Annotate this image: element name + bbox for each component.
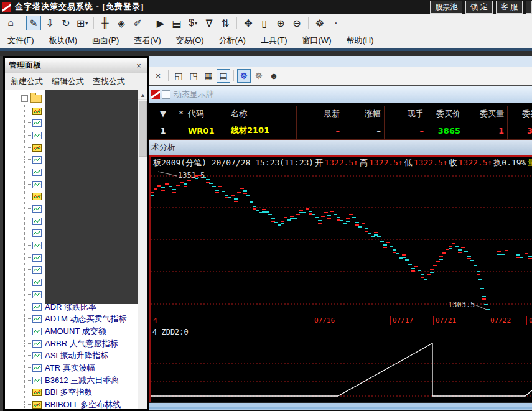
more-icon[interactable]: · (329, 16, 343, 30)
indicator-tree: 技术指标01-超级形态解盘02-自动画线03-一目均衡图04-PEL实现的SAR… (5, 90, 147, 409)
tile-vertical-icon[interactable]: ◳ (187, 69, 200, 83)
alert-icon[interactable]: ◈ (114, 16, 129, 30)
price-chart[interactable]: 1351.51303.5 (149, 169, 532, 316)
chart-caption-text: 术分析 (151, 142, 175, 153)
zoom-out-icon[interactable]: ⊖ (289, 16, 304, 30)
tree-scrollbar[interactable]: ▲ (138, 90, 147, 409)
tree-item[interactable]: BBI 多空指数 (5, 387, 147, 399)
panel-title-bar[interactable]: 管理面板 × (5, 58, 147, 73)
toolbar-separator (236, 17, 237, 29)
app-window: 金字塔决策交易系统 - [免费登录] 股票池锁 定客 服 ⌂✎⇩↻⊞▾╫◈✐▶▤… (0, 0, 532, 411)
formula-icon-special (32, 108, 42, 115)
info-token-10: 量1 (527, 157, 532, 169)
user-icon[interactable]: ☻ (267, 69, 281, 83)
tree-item[interactable]: AMOUNT 成交额 (5, 325, 147, 338)
move-icon[interactable]: ✥ (241, 16, 256, 30)
title-button-2[interactable]: 客 服 (496, 1, 523, 14)
menu-item-4[interactable]: 交易(O) (169, 33, 212, 48)
download-data-icon[interactable]: ⇩ (42, 16, 57, 30)
column-header-4[interactable]: 最新 (297, 106, 343, 122)
table-cell-8: 1 (464, 122, 508, 140)
menu-item-6[interactable]: 工具(T) (253, 33, 295, 48)
column-header-0[interactable]: ▼ (149, 106, 177, 122)
panel-tab-2[interactable]: 查找公式 (93, 76, 125, 87)
settings-icon[interactable]: ☸ (312, 16, 327, 30)
formula-icon-special (32, 389, 42, 396)
formula-icon (32, 328, 42, 335)
title-button-0[interactable]: 股票池 (430, 1, 462, 14)
scrollbar-thumb[interactable] (139, 101, 147, 157)
formula-icon (32, 205, 42, 213)
tree-root-technical-indicators[interactable]: 技术指标 (5, 93, 147, 105)
play-icon[interactable]: ▶ (153, 16, 168, 30)
formula-icon (32, 169, 42, 176)
indicator-pane[interactable]: 4 ZDD2:0 (149, 325, 532, 403)
filter-icon[interactable]: ∇ (202, 16, 217, 30)
formula-editor-icon[interactable]: ✎ (26, 16, 41, 30)
scroll-up-icon[interactable]: ▲ (138, 90, 147, 100)
formula-icon (32, 132, 42, 139)
collapse-icon[interactable] (21, 95, 28, 102)
column-header-5[interactable]: 涨幅 (343, 106, 385, 122)
scrollbar-thumb[interactable] (149, 407, 532, 409)
tree-guide-line (24, 105, 26, 409)
money-icon[interactable]: $▾ (185, 16, 200, 30)
home-icon[interactable]: ⌂ (3, 16, 18, 30)
tree-item[interactable]: BBIBOLL 多空布林线 (5, 399, 147, 409)
column-header-2[interactable]: 代码 (185, 106, 228, 122)
gear-blue-icon[interactable]: ☸ (237, 69, 251, 83)
close-icon[interactable]: × (134, 61, 144, 70)
tree-item[interactable]: ADTM 动态买卖气指标 (5, 313, 147, 325)
cascade-icon[interactable]: ▦ (202, 69, 215, 83)
formula-icon (32, 279, 42, 286)
gear-gray-icon[interactable]: ☸ (252, 69, 266, 83)
menu-item-0[interactable]: 文件(F) (0, 33, 42, 48)
info-token-1: 开 (315, 157, 323, 169)
info-token-0: 板2009(分笔) 20/07/28 15:23(11:23) (153, 157, 314, 169)
tree-item[interactable]: ASI 振动升降指标 (5, 349, 147, 362)
column-header-7[interactable]: 委买价 (427, 106, 464, 122)
panel-tab-0[interactable]: 新建公式 (11, 76, 43, 87)
menu-item-1[interactable]: 板块(M) (42, 33, 85, 48)
column-header-8[interactable]: 委买量 (464, 106, 508, 122)
x-axis-dates: 407/1607/1707/2107/2207 (149, 316, 532, 325)
menu-item-2[interactable]: 画面(P) (85, 33, 126, 48)
sort-icon[interactable]: ⇅ (218, 16, 233, 30)
date-label-2: 07/17 (390, 316, 413, 325)
column-header-1[interactable]: * (177, 106, 185, 122)
menu-bar: 文件(F)板块(M)画面(P)查看(V)交易(O)分析(A)工具(T)窗口(W)… (0, 32, 532, 48)
title-button-1[interactable]: 锁 定 (465, 1, 492, 14)
table-row[interactable]: 1WR01线材2101–––3865139 (149, 122, 532, 140)
report-icon[interactable]: ▤ (169, 16, 184, 30)
chart-window-caption[interactable]: 术分析 (149, 140, 532, 155)
menu-item-7[interactable]: 窗口(W) (295, 33, 339, 48)
zoom-in-icon[interactable]: ⊕ (273, 16, 288, 30)
tree-item-label: BBIBOLL 多空布林线 (45, 399, 121, 409)
detail-list-icon[interactable]: ▤ (217, 69, 230, 83)
tree-item[interactable]: ARBR 人气意愿指标 (5, 338, 147, 350)
kline-chart-icon[interactable]: ╫ (98, 16, 113, 30)
close-icon[interactable]: × (151, 69, 165, 83)
title-button-partial[interactable] (526, 1, 532, 14)
measure-icon[interactable]: ▯ (257, 16, 272, 30)
menu-item-8[interactable]: 帮助(H) (338, 33, 381, 48)
edit-note-icon[interactable]: ✐ (130, 16, 145, 30)
column-header-9[interactable]: 委卖 (508, 106, 532, 122)
formula-icon (32, 315, 42, 323)
menu-item-5[interactable]: 分析(A) (212, 33, 253, 48)
formula-icon (32, 364, 42, 372)
column-header-6[interactable]: 现手 (385, 106, 427, 122)
tile-horizontal-icon[interactable]: ◱ (172, 69, 185, 83)
formula-icon (32, 242, 42, 249)
horizontal-scrollbar[interactable] (149, 402, 532, 410)
formula-icon (32, 218, 42, 225)
panel-tab-1[interactable]: 编辑公式 (52, 76, 84, 87)
tree-item[interactable]: B3612 三减六日乖离 (5, 374, 147, 387)
layout-icon[interactable]: ⊞▾ (75, 16, 90, 30)
column-header-3[interactable]: 名称 (228, 106, 297, 122)
toolbar-separator (168, 70, 169, 81)
menu-item-3[interactable]: 查看(V) (126, 33, 168, 48)
tree-item[interactable]: ATR 真实波幅 (5, 362, 147, 374)
refresh-icon[interactable]: ↻ (58, 16, 73, 30)
board-caption-bar: 动态显示牌 (149, 86, 532, 103)
